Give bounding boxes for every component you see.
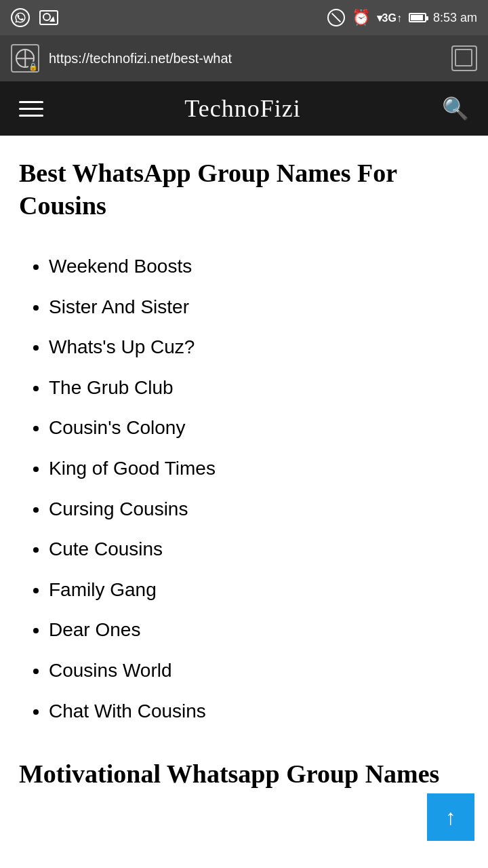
list-item: Cursing Cousins — [49, 489, 469, 530]
tab-inner — [457, 51, 472, 66]
lock-badge: 🔒 — [28, 62, 38, 71]
status-time: 8:53 am — [433, 11, 477, 25]
list-item: Sister And Sister — [49, 287, 469, 328]
image-icon — [39, 10, 58, 25]
list-item: Whats's Up Cuz? — [49, 327, 469, 368]
scroll-to-top-button[interactable]: ↑ — [427, 793, 474, 841]
list-item: Weekend Boosts — [49, 246, 469, 287]
alarm-icon: ⏰ — [352, 9, 370, 26]
whatsapp-icon — [11, 8, 30, 27]
list-item: Dear Ones — [49, 610, 469, 650]
main-heading: Best WhatsApp Group Names For Cousins — [19, 157, 469, 222]
status-right-icons: ⏰ ▾3G↑ 8:53 am — [327, 9, 477, 26]
list-item: Cousins World — [49, 650, 469, 691]
url-bar[interactable]: 🔒 https://technofizi.net/best-what — [0, 35, 488, 81]
list-item: Chat With Cousins — [49, 691, 469, 732]
next-section-heading: Motivational Whatsapp Group Names — [19, 758, 469, 791]
list-item: Family Gang — [49, 570, 469, 610]
status-left-icons — [11, 8, 58, 27]
list-item: Cousin's Colony — [49, 408, 469, 448]
site-title[interactable]: TechnoFizi — [184, 94, 300, 123]
list-item: King of Good Times — [49, 448, 469, 489]
no-disturb-icon — [327, 9, 345, 26]
tab-switcher-icon[interactable] — [451, 45, 477, 71]
scroll-top-arrow-icon: ↑ — [445, 806, 456, 828]
group-names-list: Weekend Boosts Sister And Sister Whats's… — [19, 246, 469, 731]
list-item: The Grub Club — [49, 368, 469, 408]
search-icon[interactable]: 🔍 — [442, 96, 469, 121]
status-bar: ⏰ ▾3G↑ 8:53 am — [0, 0, 488, 35]
hamburger-line-2 — [19, 108, 43, 110]
hamburger-line-3 — [19, 115, 43, 117]
lock-icon: 🔒 — [28, 62, 38, 71]
hamburger-line-1 — [19, 101, 43, 103]
battery-icon — [409, 13, 426, 22]
nav-bar: TechnoFizi 🔍 — [0, 81, 488, 136]
url-text[interactable]: https://technofizi.net/best-what — [49, 51, 442, 66]
list-item: Cute Cousins — [49, 529, 469, 570]
main-content: Best WhatsApp Group Names For Cousins We… — [0, 136, 488, 812]
hamburger-menu[interactable] — [19, 101, 43, 117]
signal-icon: ▾3G↑ — [377, 12, 402, 24]
url-site-icon: 🔒 — [11, 44, 39, 73]
